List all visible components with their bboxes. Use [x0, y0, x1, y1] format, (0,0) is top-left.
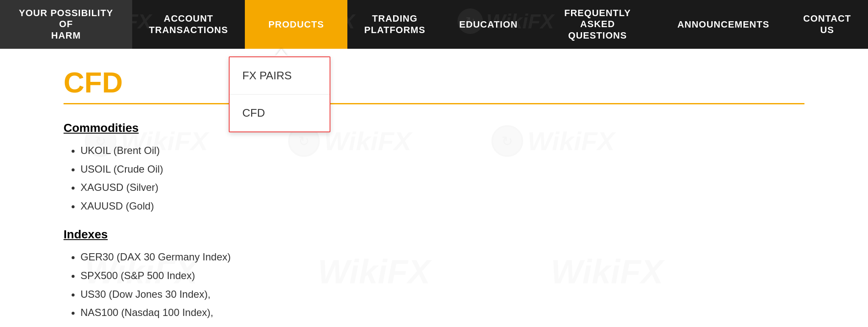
nav-item-announcements[interactable]: ANNOUNCEMENTS [660, 0, 786, 49]
nav-item-contact[interactable]: CONTACT US [786, 0, 868, 49]
indexes-list: GER30 (DAX 30 Germany Index) SPX500 (S&P… [64, 250, 804, 319]
dropdown-arrow [275, 49, 287, 56]
nav-item-education[interactable]: EDUCATION [442, 0, 535, 49]
nav-item-products[interactable]: PRODUCTS [245, 0, 347, 49]
list-item: USOIL (Crude Oil) [80, 162, 804, 176]
nav-item-account[interactable]: ACCOUNT TRANSACTIONS [132, 0, 245, 49]
dropdown-item-cfd[interactable]: CFD [230, 95, 330, 131]
list-item: XAGUSD (Silver) [80, 180, 804, 195]
dropdown-menu: FX PAIRS CFD [229, 56, 330, 132]
list-item: XAUUSD (Gold) [80, 199, 804, 213]
list-item: NAS100 (Nasdaq 100 Index), [80, 305, 804, 320]
nav-item-frequently-asked[interactable]: FREQUENTLY ASKED QUESTIONS [535, 0, 660, 49]
navbar: ↻ WikiFX ↻ WikiFX ↻ WikiFX YOUR POSSIBIL… [0, 0, 868, 49]
products-dropdown: FX PAIRS CFD [229, 49, 330, 132]
dropdown-item-fx-pairs[interactable]: FX PAIRS [230, 57, 330, 95]
nav-item-your-possibility[interactable]: YOUR POSSIBILITY OF HARM [0, 0, 132, 49]
list-item: SPX500 (S&P 500 Index) [80, 268, 804, 283]
commodities-list: UKOIL (Brent Oil) USOIL (Crude Oil) XAGU… [64, 143, 804, 213]
section-heading-indexes: Indexes [64, 228, 804, 241]
page-title: CFD [64, 66, 804, 99]
nav-item-trading[interactable]: TRADING PLATFORMS [347, 0, 442, 49]
section-heading-commodities: Commodities [64, 121, 804, 135]
title-underline [64, 103, 804, 104]
list-item: GER30 (DAX 30 Germany Index) [80, 250, 804, 264]
main-content: ↻ WikiFX ↻ WikiFX ↻ WikiFX WikiFX WikiFX… [0, 49, 868, 327]
list-item: UKOIL (Brent Oil) [80, 143, 804, 158]
list-item: US30 (Dow Jones 30 Index), [80, 287, 804, 302]
